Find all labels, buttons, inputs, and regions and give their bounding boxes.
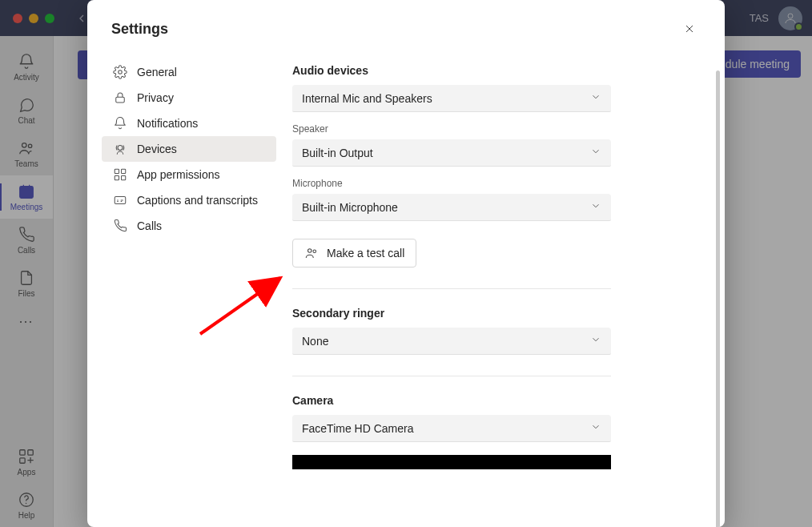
audio-device-select[interactable]: Internal Mic and Speakers xyxy=(292,85,611,112)
chevron-down-icon xyxy=(590,146,601,159)
select-value: Internal Mic and Speakers xyxy=(302,92,432,105)
chevron-down-icon xyxy=(590,421,601,435)
sidebar-item-label: Privacy xyxy=(137,91,174,104)
sidebar-item-general[interactable]: General xyxy=(102,59,276,85)
svg-rect-12 xyxy=(115,169,119,173)
sidebar-item-label: Notifications xyxy=(137,117,198,130)
chevron-down-icon xyxy=(590,200,601,214)
select-value: FaceTime HD Camera xyxy=(302,422,414,435)
speaker-select[interactable]: Built-in Output xyxy=(292,139,611,167)
sidebar-item-notifications[interactable]: Notifications xyxy=(102,111,276,136)
svg-point-17 xyxy=(308,249,312,253)
speaker-label: Speaker xyxy=(292,123,697,135)
select-value: Built-in Microphone xyxy=(302,201,398,214)
chevron-down-icon xyxy=(590,91,601,105)
camera-heading: Camera xyxy=(292,394,697,407)
svg-rect-15 xyxy=(122,176,126,180)
close-button[interactable] xyxy=(678,18,701,40)
sidebar-item-label: General xyxy=(137,66,177,78)
select-value: Built-in Output xyxy=(302,147,373,159)
sidebar-item-label: Calls xyxy=(137,219,162,232)
svg-rect-16 xyxy=(115,197,126,204)
test-call-icon xyxy=(304,246,319,260)
sidebar-item-label: App permissions xyxy=(137,168,220,181)
settings-sidebar: General Privacy Notifications Devices Ap… xyxy=(102,51,276,527)
svg-rect-13 xyxy=(122,169,126,173)
secondary-ringer-select[interactable]: None xyxy=(292,328,611,355)
svg-point-9 xyxy=(119,70,123,74)
divider xyxy=(292,376,611,376)
select-value: None xyxy=(302,335,328,348)
test-call-label: Make a test call xyxy=(327,247,404,259)
make-test-call-button[interactable]: Make a test call xyxy=(292,239,416,268)
svg-point-18 xyxy=(313,250,316,253)
sidebar-item-label: Captions and transcripts xyxy=(137,194,258,207)
sidebar-item-privacy[interactable]: Privacy xyxy=(102,85,276,111)
settings-pane: Audio devices Internal Mic and Speakers … xyxy=(276,51,701,527)
microphone-select[interactable]: Built-in Microphone xyxy=(292,194,611,221)
sidebar-item-captions[interactable]: Captions and transcripts xyxy=(102,187,276,213)
microphone-label: Microphone xyxy=(292,178,697,189)
sidebar-item-calls[interactable]: Calls xyxy=(102,213,276,239)
camera-preview xyxy=(292,455,611,469)
camera-select[interactable]: FaceTime HD Camera xyxy=(292,415,611,442)
svg-point-11 xyxy=(118,146,123,151)
audio-devices-heading: Audio devices xyxy=(292,64,697,77)
svg-rect-10 xyxy=(116,97,125,103)
settings-modal: Settings General Privacy Notifications xyxy=(87,0,725,527)
sidebar-item-label: Devices xyxy=(137,143,177,155)
chevron-down-icon xyxy=(590,334,601,348)
svg-rect-14 xyxy=(115,176,119,180)
divider xyxy=(292,288,611,289)
scrollbar[interactable] xyxy=(716,70,720,527)
modal-title: Settings xyxy=(111,21,168,38)
secondary-ringer-heading: Secondary ringer xyxy=(292,307,697,320)
sidebar-item-devices[interactable]: Devices xyxy=(102,136,276,162)
sidebar-item-app-permissions[interactable]: App permissions xyxy=(102,162,276,187)
